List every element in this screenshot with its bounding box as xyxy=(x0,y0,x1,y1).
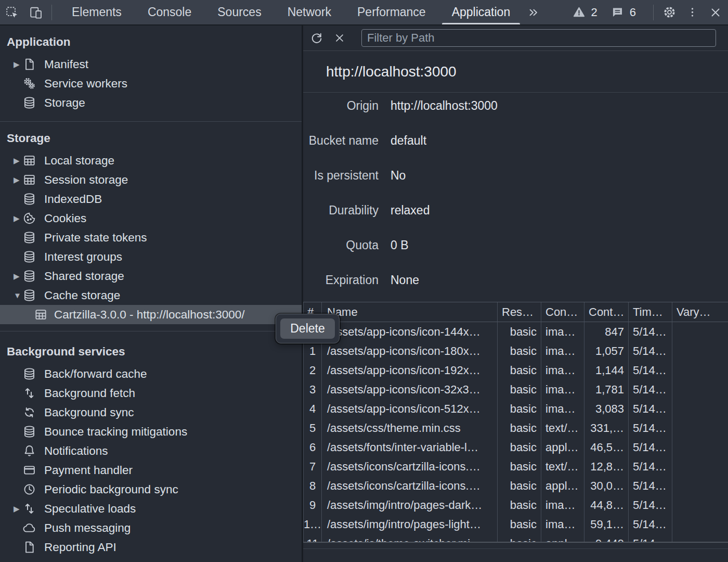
more-tabs-button[interactable] xyxy=(523,0,544,24)
sidebar-tree-item[interactable]: Background fetch xyxy=(0,384,302,403)
table-row[interactable]: 3 /assets/app-icons/icon-32x3… basic ima… xyxy=(304,380,728,399)
sidebar-tree-item[interactable]: Reporting API xyxy=(0,538,302,557)
cell-vary xyxy=(672,418,728,438)
tab-elements[interactable]: Elements xyxy=(59,0,135,24)
expander-icon[interactable] xyxy=(14,60,23,69)
panel-tabs: Elements Console Sources Network Perform… xyxy=(59,0,523,24)
metadata-row: Origin http://localhost:3000 xyxy=(303,93,728,127)
cell-response-type: basic xyxy=(498,341,541,361)
database-icon xyxy=(23,270,36,283)
warnings-badge[interactable]: 2 xyxy=(573,6,597,19)
tab-performance[interactable]: Performance xyxy=(344,0,439,24)
tree-item-label: Service workers xyxy=(44,77,127,91)
cell-content-length: 1,057 xyxy=(584,341,629,361)
sidebar-tree-item[interactable]: Notifications xyxy=(0,441,302,461)
table-row[interactable]: 7 /assets/icons/cartzilla-icons.… basic … xyxy=(304,457,728,476)
column-header-content-type[interactable]: Con… xyxy=(541,302,584,322)
more-options-button[interactable] xyxy=(681,0,703,24)
cell-content-type: ima… xyxy=(541,495,584,515)
chevron-double-right-icon xyxy=(528,7,539,18)
sidebar-tree-item[interactable]: IndexedDB xyxy=(0,189,302,209)
expander-icon[interactable] xyxy=(14,504,23,514)
sidebar-tree-item[interactable]: Session storage xyxy=(0,170,302,189)
tab-sources[interactable]: Sources xyxy=(204,0,274,24)
table-row[interactable]: 1 /assets/app-icons/icon-180x… basic ima… xyxy=(304,341,728,361)
cell-vary xyxy=(672,322,728,341)
cell-time-cached: 5/14… xyxy=(629,457,672,476)
tree-item-label: Background sync xyxy=(44,406,134,419)
clear-icon xyxy=(334,32,345,44)
context-menu-item-delete[interactable]: Delete xyxy=(280,318,335,339)
cell-content-length: 46,5… xyxy=(584,438,629,457)
table-row[interactable]: 2 /assets/app-icons/icon-192x… basic ima… xyxy=(304,361,728,380)
filter-by-path-input[interactable] xyxy=(361,29,716,47)
table-row[interactable]: 6 /assets/fonts/inter-variable-l… basic … xyxy=(304,438,728,457)
cache-toolbar xyxy=(303,25,728,51)
sidebar-tree-item[interactable]: Back/forward cache xyxy=(0,364,302,384)
sidebar-tree-item[interactable]: Bounce tracking mitigations xyxy=(0,422,302,441)
column-header-content-length[interactable]: Cont… xyxy=(584,302,629,322)
column-header-time-cached[interactable]: Tim… xyxy=(629,302,672,322)
sidebar-tree-item[interactable]: Payment handler xyxy=(0,461,302,480)
sidebar-tree-item[interactable]: Cartzilla-3.0.0 - http://localhost:3000/ xyxy=(0,305,302,324)
cell-name: /assets/img/intro/pages-dark… xyxy=(322,495,498,515)
sidebar-tree-item[interactable]: Cache storage xyxy=(0,286,302,305)
column-header-vary[interactable]: Vary… xyxy=(672,302,728,322)
sidebar-tree-item[interactable]: Shared storage xyxy=(0,266,302,286)
refresh-button[interactable] xyxy=(305,25,328,50)
cell-response-type: basic xyxy=(498,457,541,476)
table-row[interactable]: 11 /assets/js/theme-switcher.mi… basic a… xyxy=(304,534,728,542)
expander-icon[interactable] xyxy=(14,291,23,300)
tree-item-label: Push messaging xyxy=(44,521,131,535)
tab-application[interactable]: Application xyxy=(439,0,524,24)
toolbar-divider xyxy=(51,5,52,20)
device-toolbar-button[interactable] xyxy=(24,0,48,24)
cache-entries-table: # Name Res… Con… Cont… Tim… Vary… 0 /ass… xyxy=(303,302,728,542)
tree-item-label: Reporting API xyxy=(44,541,116,554)
column-header-response-type[interactable]: Res… xyxy=(498,302,541,322)
close-devtools-button[interactable] xyxy=(703,0,728,24)
table-row[interactable]: 8 /assets/icons/cartzilla-icons.… basic … xyxy=(304,476,728,495)
table-row[interactable]: 4 /assets/app-icons/icon-512x… basic ima… xyxy=(304,399,728,418)
column-header-name[interactable]: Name xyxy=(322,302,498,322)
cell-content-type: appl… xyxy=(541,476,584,495)
expander-icon[interactable] xyxy=(14,175,23,185)
service-workers-icon xyxy=(23,77,36,90)
sidebar-tree-item[interactable]: Push messaging xyxy=(0,518,302,538)
cell-name: /assets/app-icons/icon-180x… xyxy=(322,341,498,361)
clock-icon xyxy=(23,483,36,496)
expander-icon[interactable] xyxy=(14,272,23,281)
tree-item-label: Payment handler xyxy=(44,464,133,477)
bell-icon xyxy=(23,444,36,457)
table-row[interactable]: 5 /assets/css/theme.min.css basic text/…… xyxy=(304,418,728,438)
tab-console[interactable]: Console xyxy=(135,0,204,24)
cell-response-type: basic xyxy=(498,399,541,418)
sidebar-tree-item[interactable]: Interest groups xyxy=(0,247,302,266)
tree-item-label: Local storage xyxy=(44,154,114,168)
table-row[interactable]: 0 /assets/app-icons/icon-144x… basic ima… xyxy=(304,322,728,341)
cell-time-cached: 5/14… xyxy=(629,438,672,457)
tab-network[interactable]: Network xyxy=(275,0,344,24)
metadata-row: Bucket name default xyxy=(303,127,728,162)
expander-icon[interactable] xyxy=(14,214,23,223)
table-row[interactable]: 9 /assets/img/intro/pages-dark… basic im… xyxy=(304,495,728,515)
settings-button[interactable] xyxy=(657,0,681,24)
sidebar-tree-item[interactable]: Speculative loads xyxy=(0,499,302,518)
cell-name: /assets/app-icons/icon-192x… xyxy=(322,361,498,380)
sidebar-tree-item[interactable]: Manifest xyxy=(0,55,302,74)
sidebar-tree-item[interactable]: Service workers xyxy=(0,74,302,93)
sidebar-tree-item[interactable]: Storage xyxy=(0,93,302,112)
cursor-icon xyxy=(12,12,18,18)
database-icon xyxy=(23,193,36,206)
expander-icon[interactable] xyxy=(14,156,23,165)
sidebar-tree-item[interactable]: Periodic background sync xyxy=(0,480,302,499)
clear-button[interactable] xyxy=(328,25,351,50)
cell-content-length: 30,0… xyxy=(584,476,629,495)
sidebar-tree-item[interactable]: Local storage xyxy=(0,151,302,170)
sidebar-tree-item[interactable]: Background sync xyxy=(0,403,302,422)
sidebar-tree-item[interactable]: Cookies xyxy=(0,209,302,228)
messages-badge[interactable]: 6 xyxy=(611,6,636,19)
inspect-element-button[interactable] xyxy=(0,0,24,24)
table-row[interactable]: 1… /assets/img/intro/pages-light… basic … xyxy=(304,515,728,534)
sidebar-tree-item[interactable]: Private state tokens xyxy=(0,228,302,247)
